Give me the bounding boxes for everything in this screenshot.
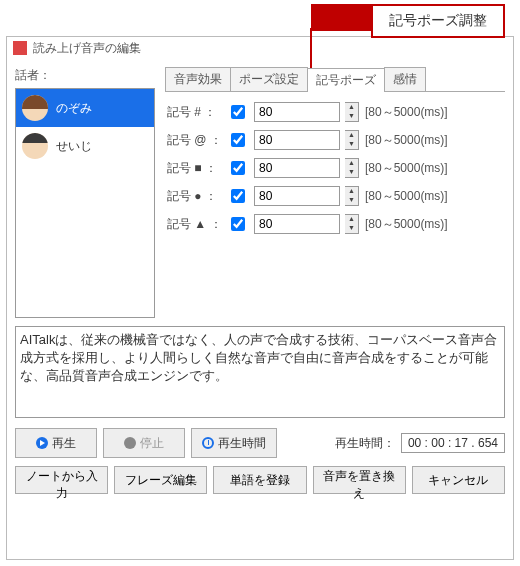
playtime-value: 00 : 00 : 17 . 654: [401, 433, 505, 453]
param-range: [80～5000(ms)]: [365, 104, 448, 121]
param-row-triangle: 記号 ▲ ： ▲▼ [80～5000(ms)]: [167, 214, 501, 234]
param-range: [80～5000(ms)]: [365, 216, 448, 233]
param-label: 記号 ▲ ：: [167, 216, 221, 233]
speaker-name: せいじ: [56, 138, 92, 155]
param-checkbox[interactable]: [231, 217, 245, 231]
dialog-window: 読み上げ音声の編集 話者： のぞみ せいじ 音声効果: [6, 36, 514, 560]
stop-label: 停止: [140, 435, 164, 452]
param-value-input[interactable]: [254, 102, 340, 122]
stop-icon: [124, 437, 136, 449]
spinner[interactable]: ▲▼: [345, 130, 359, 150]
speaker-item-nozomi[interactable]: のぞみ: [16, 89, 154, 127]
playback-bar: 再生 停止 再生時間 再生時間： 00 : 00 : 17 . 654: [15, 428, 505, 458]
param-range: [80～5000(ms)]: [365, 132, 448, 149]
speaker-item-seiji[interactable]: せいじ: [16, 127, 154, 165]
play-button[interactable]: 再生: [15, 428, 97, 458]
param-row-sharp: 記号 # ： ▲▼ [80～5000(ms)]: [167, 102, 501, 122]
tab-symbol-pause[interactable]: 記号ポーズ: [307, 68, 385, 92]
play-label: 再生: [52, 435, 76, 452]
titlebar: 読み上げ音声の編集: [7, 37, 513, 59]
param-checkbox[interactable]: [231, 189, 245, 203]
param-value-input[interactable]: [254, 158, 340, 178]
tab-sound-effect[interactable]: 音声効果: [165, 67, 231, 91]
callout: 記号ポーズ調整: [311, 4, 505, 38]
callout-accent: [311, 4, 371, 31]
param-row-at: 記号 @ ： ▲▼ [80～5000(ms)]: [167, 130, 501, 150]
from-note-button[interactable]: ノートから入力: [15, 466, 108, 494]
callout-label: 記号ポーズ調整: [371, 4, 505, 38]
avatar: [22, 133, 48, 159]
param-value-input[interactable]: [254, 214, 340, 234]
phrase-edit-button[interactable]: フレーズ編集: [114, 466, 207, 494]
param-label: 記号 ■ ：: [167, 160, 221, 177]
param-range: [80～5000(ms)]: [365, 160, 448, 177]
param-checkbox[interactable]: [231, 161, 245, 175]
register-word-button[interactable]: 単語を登録: [213, 466, 306, 494]
param-checkbox[interactable]: [231, 105, 245, 119]
param-checkbox[interactable]: [231, 133, 245, 147]
param-value-input[interactable]: [254, 186, 340, 206]
playtime-button[interactable]: 再生時間: [191, 428, 277, 458]
param-row-square: 記号 ■ ： ▲▼ [80～5000(ms)]: [167, 158, 501, 178]
param-label: 記号 @ ：: [167, 132, 221, 149]
cancel-button[interactable]: キャンセル: [412, 466, 505, 494]
clock-icon: [202, 437, 214, 449]
avatar: [22, 95, 48, 121]
window-title: 読み上げ音声の編集: [33, 40, 141, 57]
spinner[interactable]: ▲▼: [345, 102, 359, 122]
tab-bar: 音声効果 ポーズ設定 記号ポーズ 感情: [165, 67, 505, 92]
playtime-btn-label: 再生時間: [218, 435, 266, 452]
tab-pause-setting[interactable]: ポーズ設定: [230, 67, 308, 91]
speaker-name: のぞみ: [56, 100, 92, 117]
speaker-label: 話者：: [15, 67, 155, 84]
param-range: [80～5000(ms)]: [365, 188, 448, 205]
spinner[interactable]: ▲▼: [345, 158, 359, 178]
bottom-button-bar: ノートから入力 フレーズ編集 単語を登録 音声を置き換え キャンセル: [15, 466, 505, 494]
spinner[interactable]: ▲▼: [345, 214, 359, 234]
app-icon: [13, 41, 27, 55]
stop-button[interactable]: 停止: [103, 428, 185, 458]
text-input-area[interactable]: AITalkは、従来の機械音ではなく、人の声で合成する技術、コーパスベース音声合…: [15, 326, 505, 418]
param-value-input[interactable]: [254, 130, 340, 150]
param-label: 記号 # ：: [167, 104, 221, 121]
replace-voice-button[interactable]: 音声を置き換え: [313, 466, 406, 494]
speaker-list[interactable]: のぞみ せいじ: [15, 88, 155, 318]
symbol-pause-panel: 記号 # ： ▲▼ [80～5000(ms)] 記号 @ ： ▲▼ [80～50…: [163, 92, 505, 246]
param-row-circle: 記号 ● ： ▲▼ [80～5000(ms)]: [167, 186, 501, 206]
playtime-label: 再生時間：: [335, 435, 395, 452]
param-label: 記号 ● ：: [167, 188, 221, 205]
play-icon: [36, 437, 48, 449]
spinner[interactable]: ▲▼: [345, 186, 359, 206]
tab-emotion[interactable]: 感情: [384, 67, 426, 91]
